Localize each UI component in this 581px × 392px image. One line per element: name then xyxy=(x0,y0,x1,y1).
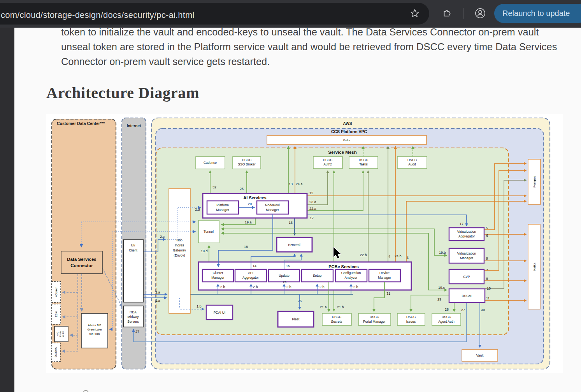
svg-text:2.b: 2.b xyxy=(353,285,358,289)
svg-text:Gateway: Gateway xyxy=(173,248,186,252)
svg-text:Connector: Connector xyxy=(70,263,93,268)
svg-text:RDA: RDA xyxy=(130,310,137,314)
svg-text:23.a: 23.a xyxy=(309,200,316,204)
svg-text:31: 31 xyxy=(386,292,390,295)
svg-text:Manager: Manager xyxy=(211,276,225,279)
svg-text:Alletra MP: Alletra MP xyxy=(88,323,102,327)
svg-text:Issues: Issues xyxy=(406,320,416,323)
svg-text:22.b: 22.b xyxy=(360,253,367,257)
svg-text:Setup: Setup xyxy=(313,274,321,278)
svg-text:Agent Auth: Agent Auth xyxy=(438,320,455,323)
svg-text:Update: Update xyxy=(279,274,290,278)
svg-text:Audit: Audit xyxy=(408,162,416,166)
svg-text:Configuration: Configuration xyxy=(341,271,361,275)
svg-text:1.a: 1.a xyxy=(155,299,160,302)
svg-text:30: 30 xyxy=(481,308,485,312)
svg-text:SSO Broker: SSO Broker xyxy=(238,162,256,166)
svg-text:Prolia: Prolia xyxy=(59,331,61,337)
svg-text:AI Services: AI Services xyxy=(243,195,266,200)
svg-text:25: 25 xyxy=(240,187,244,191)
svg-text:16: 16 xyxy=(289,221,293,225)
svg-text:Device: Device xyxy=(379,271,390,275)
svg-text:Internet: Internet xyxy=(127,124,141,128)
svg-text:AWS: AWS xyxy=(343,121,352,126)
svg-text:6: 6 xyxy=(486,234,488,237)
svg-text:4: 4 xyxy=(388,255,390,258)
svg-text:CCS Platform VPC: CCS Platform VPC xyxy=(331,129,367,134)
svg-text:17: 17 xyxy=(460,222,463,226)
svg-text:24.b: 24.b xyxy=(395,254,402,258)
svg-text:Cadence: Cadence xyxy=(204,161,217,165)
svg-text:UI/: UI/ xyxy=(131,243,136,247)
svg-text:14: 14 xyxy=(253,264,256,268)
svg-text:DSCC: DSCC xyxy=(323,158,332,162)
svg-text:Platform: Platform xyxy=(216,203,229,207)
svg-text:12: 12 xyxy=(309,191,313,195)
svg-text:DSCC: DSCC xyxy=(359,158,368,162)
svg-text:Manager: Manager xyxy=(460,256,473,260)
svg-text:8: 8 xyxy=(486,277,488,281)
svg-text:for Files: for Files xyxy=(90,332,100,336)
svg-text:Ingres: Ingres xyxy=(175,243,184,247)
svg-text:2.d: 2.d xyxy=(195,207,200,211)
svg-text:Manager: Manager xyxy=(266,208,279,212)
svg-text:2.b: 2.b xyxy=(286,285,291,289)
svg-text:9: 9 xyxy=(486,257,488,260)
svg-text:DL380A: DL380A xyxy=(54,347,57,357)
svg-text:PCAI UI: PCAI UI xyxy=(214,311,226,315)
svg-text:2.b: 2.b xyxy=(253,285,258,289)
svg-text:27: 27 xyxy=(135,330,139,334)
svg-text:20: 20 xyxy=(248,202,252,206)
svg-text:2.a: 2.a xyxy=(155,290,160,294)
svg-text:API: API xyxy=(248,271,253,275)
svg-text:CVP: CVP xyxy=(463,275,470,279)
svg-text:Aggregator: Aggregator xyxy=(458,234,475,238)
svg-text:ESXi: ESXi xyxy=(55,311,58,317)
svg-text:10: 10 xyxy=(487,287,491,290)
svg-text:Servers: Servers xyxy=(127,320,139,323)
svg-text:2.c: 2.c xyxy=(160,235,165,239)
svg-text:vCenter: vCenter xyxy=(55,287,58,297)
svg-text:Portal Manager: Portal Manager xyxy=(363,320,386,323)
svg-text:15: 15 xyxy=(286,264,290,268)
svg-text:19.d: 19.d xyxy=(201,249,208,253)
svg-text:Tasks: Tasks xyxy=(359,162,368,166)
svg-text:Data Services: Data Services xyxy=(67,257,96,262)
svg-text:Analyzer: Analyzer xyxy=(344,276,357,279)
svg-text:Kafka: Kafka xyxy=(533,262,536,271)
svg-text:Kafka: Kafka xyxy=(343,139,350,142)
svg-text:Secrets: Secrets xyxy=(331,320,342,323)
svg-text:21.a: 21.a xyxy=(320,305,327,309)
svg-text:Manager: Manager xyxy=(378,276,391,279)
svg-text:Fleet: Fleet xyxy=(292,317,300,321)
svg-text:DSCC: DSCC xyxy=(406,315,416,319)
svg-text:19.a: 19.a xyxy=(245,220,252,224)
svg-text:Virtualization: Virtualization xyxy=(457,230,476,234)
svg-text:DSCC: DSCC xyxy=(332,315,341,319)
svg-text:HPE: HPE xyxy=(56,332,59,336)
svg-text:Midway: Midway xyxy=(128,315,139,319)
svg-text:Tunnel: Tunnel xyxy=(204,230,214,234)
svg-text:(Envoy): (Envoy) xyxy=(174,253,185,257)
svg-text:Manager: Manager xyxy=(216,208,229,212)
svg-text:13: 13 xyxy=(289,182,293,186)
svg-text:nt 6.0: nt 6.0 xyxy=(62,331,64,337)
svg-text:DSCC: DSCC xyxy=(242,158,251,162)
svg-text:DSCC: DSCC xyxy=(407,158,417,162)
svg-text:11: 11 xyxy=(486,296,490,300)
svg-text:Istio: Istio xyxy=(176,238,183,242)
svg-text:Postgres: Postgres xyxy=(533,176,536,188)
svg-text:28: 28 xyxy=(445,308,449,311)
svg-text:29: 29 xyxy=(437,297,441,301)
svg-text:Customer Data Center***: Customer Data Center*** xyxy=(57,121,105,126)
svg-text:24.a: 24.a xyxy=(296,182,303,186)
svg-text:19.b: 19.b xyxy=(439,251,446,255)
svg-text:1.b: 1.b xyxy=(197,304,202,308)
svg-text:17: 17 xyxy=(310,216,314,220)
svg-text:GreenLake: GreenLake xyxy=(87,328,102,331)
svg-text:NodePool: NodePool xyxy=(265,203,279,207)
svg-text:19.c: 19.c xyxy=(438,286,445,290)
svg-text:Ezmeral: Ezmeral xyxy=(288,243,300,247)
svg-text:PCBe Services: PCBe Services xyxy=(328,264,359,269)
svg-text:Vault: Vault xyxy=(476,353,484,357)
